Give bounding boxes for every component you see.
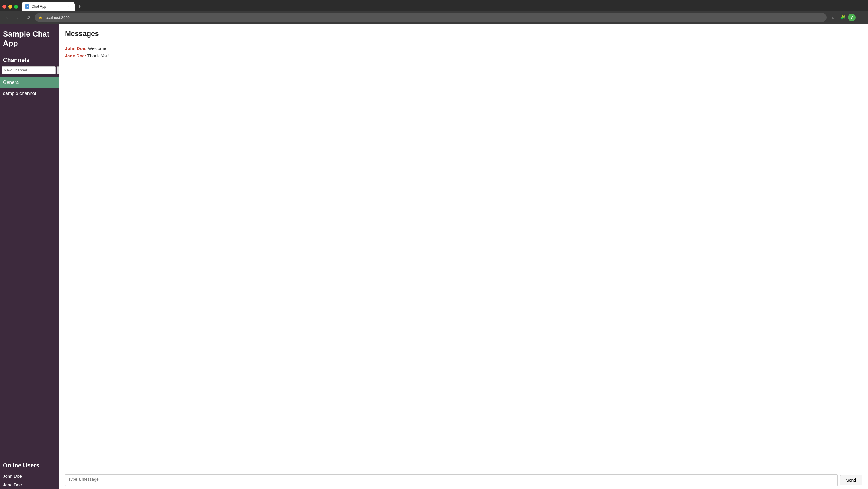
channel-item[interactable]: General	[0, 77, 59, 88]
address-bar-row: ‹ › ↺ 🔒 localhost:3000 ☆ 🧩 V ⋮	[0, 11, 868, 24]
new-channel-input[interactable]	[2, 66, 56, 74]
user-item: John Doe	[0, 472, 59, 481]
bookmark-button[interactable]: ☆	[829, 13, 837, 22]
message-text: Welcome!	[87, 46, 107, 51]
online-users-section: Online Users John DoeJane Doe	[0, 453, 59, 489]
new-channel-row: Create	[0, 66, 59, 77]
messages-list: John Doe: Welcome!Jane Doe: Thank You!	[59, 41, 868, 471]
message-input-row: Send	[59, 471, 868, 489]
app-container: Sample Chat App Channels Create Generals…	[0, 24, 868, 489]
minimize-window-button[interactable]	[8, 5, 12, 8]
maximize-window-button[interactable]	[14, 5, 18, 8]
back-button[interactable]: ‹	[3, 13, 11, 22]
forward-button[interactable]: ›	[13, 13, 22, 22]
tab-bar: ✦ Chat App × +	[0, 0, 868, 11]
window-controls	[2, 5, 18, 8]
sidebar: Sample Chat App Channels Create Generals…	[0, 24, 59, 489]
create-channel-button[interactable]: Create	[57, 66, 59, 74]
online-users-title: Online Users	[0, 459, 59, 472]
new-tab-button[interactable]: +	[76, 3, 84, 10]
tab-close-button[interactable]: ×	[66, 4, 71, 9]
extensions-button[interactable]: 🧩	[838, 13, 847, 22]
address-bar[interactable]: 🔒 localhost:3000	[35, 13, 827, 22]
browser-chrome: ✦ Chat App × + ‹ › ↺ 🔒 localhost:3000 ☆ …	[0, 0, 868, 24]
user-item: Jane Doe	[0, 481, 59, 489]
url-text: localhost:3000	[45, 15, 70, 20]
send-button[interactable]: Send	[840, 475, 862, 485]
reload-button[interactable]: ↺	[24, 13, 32, 22]
message-item: John Doe: Welcome!	[65, 46, 862, 51]
browser-actions: ☆ 🧩 V ⋮	[829, 13, 865, 22]
lock-icon: 🔒	[38, 15, 42, 20]
messages-title: Messages	[65, 30, 862, 38]
message-sender: John Doe:	[65, 46, 87, 51]
close-window-button[interactable]	[2, 5, 6, 8]
browser-tab[interactable]: ✦ Chat App ×	[22, 2, 75, 11]
message-item: Jane Doe: Thank You!	[65, 53, 862, 58]
tab-favicon: ✦	[25, 4, 29, 8]
channels-section-title: Channels	[0, 54, 59, 66]
users-list: John DoeJane Doe	[0, 472, 59, 489]
message-sender: Jane Doe:	[65, 53, 86, 58]
main-content: Messages John Doe: Welcome!Jane Doe: Tha…	[59, 24, 868, 489]
profile-button[interactable]: V	[848, 13, 856, 21]
channel-item[interactable]: sample channel	[0, 88, 59, 99]
tab-title: Chat App	[32, 4, 64, 8]
menu-button[interactable]: ⋮	[857, 13, 865, 22]
message-input[interactable]	[65, 474, 838, 486]
channels-list: Generalsample channel	[0, 77, 59, 99]
messages-header: Messages	[59, 24, 868, 41]
app-title: Sample Chat App	[0, 24, 59, 54]
message-text: Thank You!	[86, 53, 110, 58]
